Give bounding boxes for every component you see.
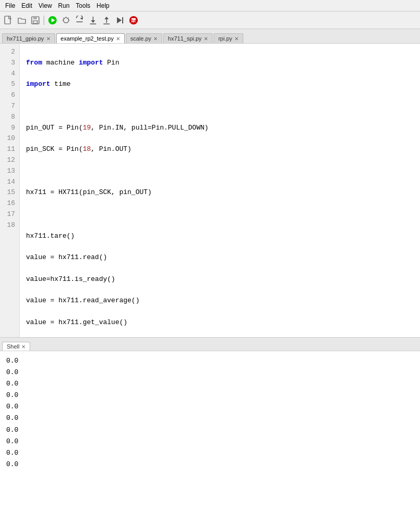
svg-line-11 — [68, 18, 68, 18]
toolbar: STOP — [0, 11, 420, 29]
close-shell-tab[interactable]: ✕ — [21, 344, 25, 350]
toolbar-separator-1 — [44, 16, 44, 25]
shell-output-line: 0.0 — [6, 401, 414, 413]
shell-output-line: 0.0 — [6, 425, 414, 436]
tab-rpi[interactable]: rpi.py ✕ — [214, 33, 243, 43]
shell-output-line: 0.0 — [6, 447, 414, 459]
shell-output-line: 0.0 — [6, 436, 414, 447]
shell-output-line: 0.0 — [6, 378, 414, 390]
svg-marker-15 — [91, 20, 95, 23]
menu-help[interactable]: Help — [94, 1, 113, 10]
svg-line-10 — [63, 18, 64, 18]
open-file-button[interactable] — [16, 14, 28, 27]
shell-output-line: 0.0 — [6, 459, 414, 470]
close-tab-hx711-gpio[interactable]: ✕ — [46, 36, 50, 42]
tab-hx711-gpio[interactable]: hx711_gpio.py ✕ — [2, 33, 55, 43]
tab-hx711-spi[interactable]: hx711_spi.py ✕ — [163, 33, 213, 43]
shell-panel: Shell ✕ 0.00.00.00.00.00.00.00.00.00.0 — [0, 337, 420, 514]
menubar: File Edit View Run Tools Help — [0, 0, 420, 11]
debug-button[interactable] — [60, 14, 72, 27]
menu-view[interactable]: View — [35, 1, 55, 10]
save-button[interactable] — [29, 14, 42, 27]
editor-tabs: hx711_gpio.py ✕ example_rp2_test.py ✕ sc… — [0, 29, 420, 44]
menu-tools[interactable]: Tools — [73, 1, 94, 10]
step-out-button[interactable] — [100, 14, 113, 27]
menu-run[interactable]: Run — [55, 1, 73, 10]
resume-button[interactable] — [114, 14, 126, 27]
step-over-button[interactable] — [73, 14, 86, 27]
line-numbers: 2 3 4 5 6 7 8 9 10 11 12 13 14 15 16 17 … — [0, 44, 20, 337]
shell-output-line: 0.0 — [6, 355, 414, 367]
menu-file[interactable]: File — [2, 1, 18, 10]
svg-text:STOP: STOP — [129, 19, 138, 23]
menu-edit[interactable]: Edit — [18, 1, 35, 10]
run-button[interactable] — [46, 14, 59, 27]
svg-rect-3 — [33, 21, 37, 23]
svg-marker-20 — [117, 17, 122, 23]
close-tab-example-rp2-test[interactable]: ✕ — [116, 36, 120, 42]
stop-button[interactable]: STOP — [127, 14, 140, 27]
shell-tab[interactable]: Shell ✕ — [2, 342, 30, 351]
shell-output[interactable]: 0.00.00.00.00.00.00.00.00.00.0 — [0, 351, 420, 514]
new-file-button[interactable] — [2, 14, 15, 27]
svg-marker-12 — [80, 17, 83, 20]
step-into-button[interactable] — [87, 14, 99, 27]
shell-output-line: 0.0 — [6, 390, 414, 401]
shell-output-line: 0.0 — [6, 413, 414, 424]
close-tab-hx711-spi[interactable]: ✕ — [204, 36, 208, 42]
code-editor: 2 3 4 5 6 7 8 9 10 11 12 13 14 15 16 17 … — [0, 44, 420, 337]
tab-example-rp2-test[interactable]: example_rp2_test.py ✕ — [56, 33, 125, 43]
tab-scale[interactable]: scale.py ✕ — [126, 33, 162, 43]
close-tab-scale[interactable]: ✕ — [153, 36, 158, 42]
svg-marker-18 — [104, 17, 109, 19]
close-tab-rpi[interactable]: ✕ — [234, 36, 239, 42]
shell-tab-bar: Shell ✕ — [0, 338, 420, 351]
code-content[interactable]: from machine import Pin import time pin_… — [20, 44, 420, 337]
svg-rect-0 — [5, 16, 10, 24]
svg-rect-2 — [33, 17, 37, 19]
shell-output-line: 0.0 — [6, 367, 414, 378]
